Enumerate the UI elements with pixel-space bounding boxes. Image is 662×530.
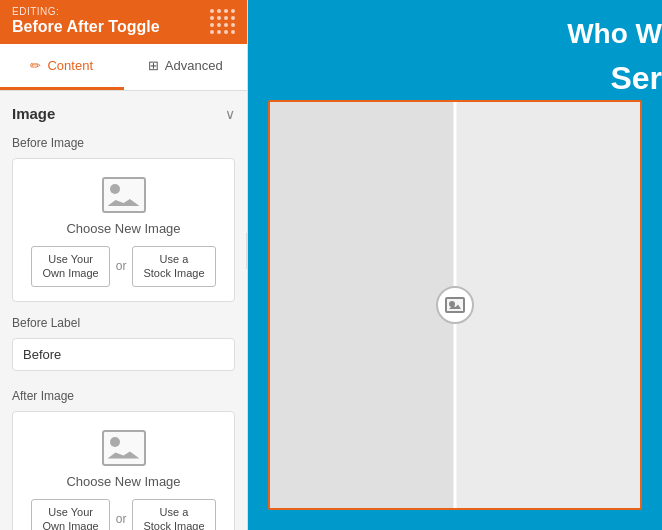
after-image-label: After Image [12,389,235,403]
canvas-sub-text: Ser [610,60,662,97]
widget-title: Before After Toggle [12,18,160,36]
tabs-bar: ✏ Content ⊞ Advanced [0,44,247,91]
right-panel: Who W Ser [248,0,662,530]
tab-content-label: Content [47,58,93,73]
editing-header: EDITING: Before After Toggle [0,0,247,44]
canvas-top-text: Who W [567,20,662,48]
after-or-text: or [116,512,127,526]
after-image-placeholder-icon [102,430,146,466]
pencil-icon: ✏ [30,58,41,73]
canvas-area[interactable] [268,100,642,510]
before-image-label: Before Image [12,136,235,150]
tab-advanced-label: Advanced [165,58,223,73]
tab-advanced[interactable]: ⊞ Advanced [124,44,248,90]
after-image-buttons: Use YourOwn Image or Use aStock Image [31,499,215,530]
image-section-title: Image [12,105,55,122]
after-choose-label: Choose New Image [66,474,180,489]
ba-drag-handle[interactable] [436,286,474,324]
before-stock-button[interactable]: Use aStock Image [132,246,215,287]
tab-content[interactable]: ✏ Content [0,44,124,90]
ba-handle-icon [445,297,465,313]
ba-right-side [455,102,640,508]
after-use-own-button[interactable]: Use YourOwn Image [31,499,109,530]
left-panel: EDITING: Before After Toggle ✏ Content ⊞… [0,0,248,530]
panel-content: ‹ Image ∨ Before Image Choose New Image … [0,91,247,530]
before-label-input[interactable] [12,338,235,371]
header-text-group: EDITING: Before After Toggle [12,6,160,36]
after-image-upload-box[interactable]: Choose New Image Use YourOwn Image or Us… [12,411,235,530]
after-stock-button[interactable]: Use aStock Image [132,499,215,530]
collapse-handle[interactable]: ‹ [246,233,247,269]
before-use-own-button[interactable]: Use YourOwn Image [31,246,109,287]
settings-icon: ⊞ [148,58,159,73]
drag-handle[interactable] [210,9,235,34]
before-image-buttons: Use YourOwn Image or Use aStock Image [31,246,215,287]
before-label-field-label: Before Label [12,316,235,330]
before-choose-label: Choose New Image [66,221,180,236]
image-placeholder-icon [102,177,146,213]
chevron-down-icon[interactable]: ∨ [225,106,235,122]
before-image-upload-box[interactable]: Choose New Image Use YourOwn Image or Us… [12,158,235,302]
before-after-widget [270,102,640,508]
image-section-header: Image ∨ [12,91,235,132]
editing-label: EDITING: [12,6,160,17]
ba-left-side [270,102,455,508]
before-or-text: or [116,259,127,273]
